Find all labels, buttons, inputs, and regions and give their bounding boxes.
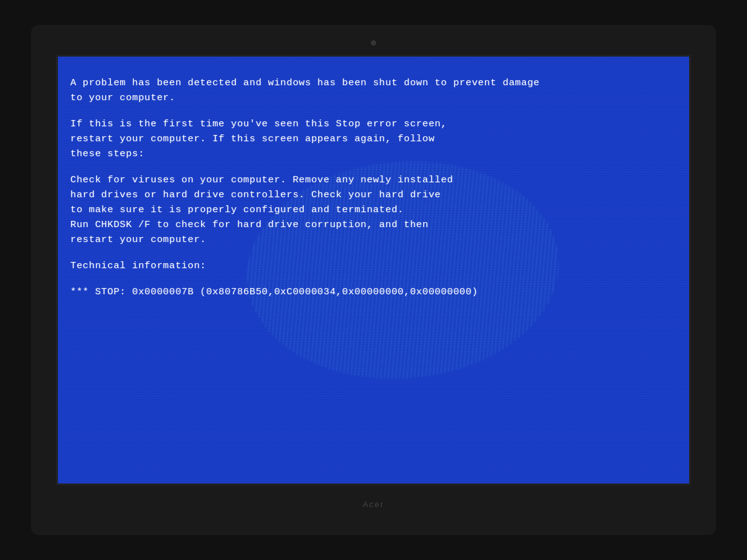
laptop-top-bar — [42, 36, 705, 50]
laptop-frame: A problem has been detected and windows … — [31, 25, 716, 535]
bsod-line-7: hard drives or hard drive controllers. C… — [70, 187, 677, 202]
bsod-line-6: Check for viruses on your computer. Remo… — [70, 172, 677, 187]
bsod-line-3: If this is the first time you've seen th… — [70, 116, 677, 131]
bsod-line-4: restart your computer. If this screen ap… — [70, 131, 677, 146]
bsod-line-10: restart your computer. — [70, 232, 677, 247]
laptop-brand: Acer — [363, 500, 385, 509]
bsod-stop-code: *** STOP: 0x0000007B (0x80786B50,0xC0000… — [70, 284, 677, 299]
bsod-line-9: Run CHKDSK /F to check for hard drive co… — [70, 217, 677, 232]
bsod-technical-label: Technical information: — [70, 258, 677, 273]
bsod-spacer-3 — [70, 247, 677, 258]
bsod-line-1: A problem has been detected and windows … — [70, 75, 677, 90]
bsod-line-5: these steps: — [70, 146, 677, 161]
bsod-screen: A problem has been detected and windows … — [56, 55, 691, 486]
bsod-line-8: to make sure it is properly configured a… — [70, 202, 677, 217]
bsod-spacer-2 — [70, 161, 677, 172]
bsod-spacer-1 — [70, 105, 677, 116]
bsod-content: A problem has been detected and windows … — [58, 57, 689, 312]
bsod-line-2: to your computer. — [70, 90, 677, 105]
webcam — [371, 40, 376, 45]
laptop-bottom-bar: Acer — [42, 492, 705, 516]
bsod-spacer-4 — [70, 273, 677, 284]
